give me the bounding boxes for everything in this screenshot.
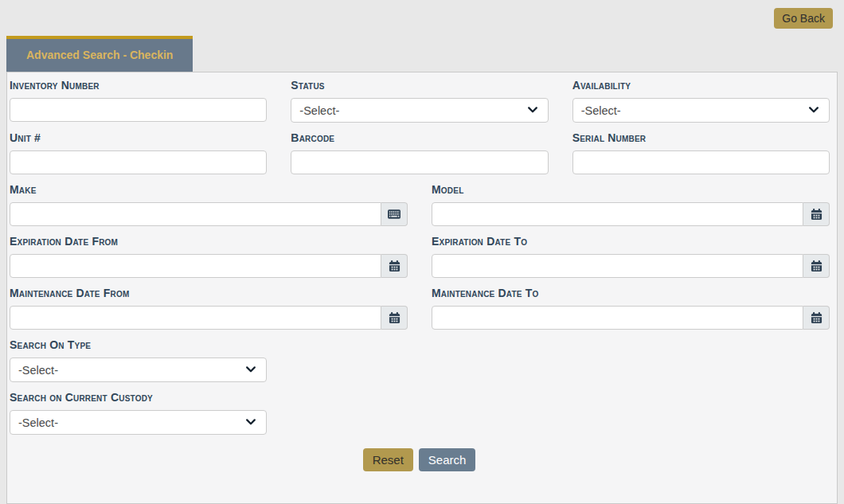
tab-advanced-search-checkin[interactable]: Advanced Search - Checkin <box>6 36 193 72</box>
inventory-number-input[interactable] <box>10 98 267 122</box>
status-select[interactable]: -Select- <box>291 98 548 123</box>
form-row-4: Expiration Date From <box>9 236 830 278</box>
form-row-1: Inventory Number Status -Select- Availab… <box>9 80 830 123</box>
maintenance-date-to-label: Maintenance Date To <box>432 287 830 299</box>
form-actions: Reset Search <box>9 448 830 471</box>
go-back-button[interactable]: Go Back <box>774 8 833 29</box>
barcode-input[interactable] <box>291 150 548 174</box>
search-on-current-custody-select[interactable]: -Select- <box>10 410 267 435</box>
field-expiration-date-to: Expiration Date To <box>432 236 830 278</box>
calendar-icon[interactable] <box>803 202 830 226</box>
unit-number-input[interactable] <box>10 150 267 174</box>
form-row-2: Unit # Barcode Serial Number <box>9 132 830 174</box>
field-search-on-type: Search On Type -Select- <box>10 339 267 382</box>
search-on-type-select-wrap: -Select- <box>10 357 267 382</box>
expiration-date-from-input[interactable] <box>10 254 381 278</box>
form-row-3: Make Model <box>9 184 830 226</box>
tab-title: Advanced Search - Checkin <box>26 49 173 61</box>
field-barcode: Barcode <box>291 132 548 174</box>
availability-select[interactable]: -Select- <box>572 98 830 123</box>
inventory-number-label: Inventory Number <box>10 80 267 91</box>
form-row-7: Search on Current Custody -Select- <box>9 392 830 435</box>
expiration-date-to-label: Expiration Date To <box>432 236 830 247</box>
form-row-6: Search On Type -Select- <box>9 339 830 382</box>
search-on-type-select[interactable]: -Select- <box>10 357 267 382</box>
search-on-type-label: Search On Type <box>10 339 267 350</box>
maintenance-date-to-input[interactable] <box>432 306 803 330</box>
availability-label: Availability <box>572 80 830 91</box>
search-button[interactable]: Search <box>419 448 476 471</box>
field-unit-number: Unit # <box>10 132 267 174</box>
maintenance-date-from-label: Maintenance Date From <box>10 287 408 299</box>
field-model: Model <box>432 184 830 226</box>
model-label: Model <box>432 184 830 195</box>
model-input[interactable] <box>432 202 803 226</box>
field-expiration-date-from: Expiration Date From <box>10 236 408 278</box>
field-serial-number: Serial Number <box>572 132 830 174</box>
unit-number-label: Unit # <box>10 132 267 143</box>
reset-button[interactable]: Reset <box>363 448 413 471</box>
calendar-icon[interactable] <box>803 254 830 278</box>
field-search-on-current-custody: Search on Current Custody -Select- <box>10 392 267 435</box>
status-select-wrap: -Select- <box>291 98 548 123</box>
make-input[interactable] <box>10 202 381 226</box>
availability-select-wrap: -Select- <box>572 98 830 123</box>
field-maintenance-date-to: Maintenance Date To <box>432 287 830 330</box>
search-on-current-custody-select-wrap: -Select- <box>10 410 267 435</box>
field-maintenance-date-from: Maintenance Date From <box>10 287 408 330</box>
model-input-group <box>432 202 830 226</box>
top-bar: Go Back <box>0 0 844 36</box>
barcode-label: Barcode <box>291 132 548 143</box>
expiration-date-to-input-group <box>432 254 830 278</box>
expiration-date-from-input-group <box>10 254 408 278</box>
field-make: Make <box>10 184 408 226</box>
make-label: Make <box>10 184 408 195</box>
field-status: Status -Select- <box>291 80 548 123</box>
serial-number-input[interactable] <box>572 150 830 174</box>
make-input-group <box>10 202 408 226</box>
expiration-date-from-label: Expiration Date From <box>10 236 408 247</box>
field-inventory-number: Inventory Number <box>10 80 267 123</box>
calendar-icon[interactable] <box>803 306 830 330</box>
calendar-icon[interactable] <box>381 254 408 278</box>
search-on-current-custody-label: Search on Current Custody <box>10 392 267 403</box>
field-availability: Availability -Select- <box>572 80 830 123</box>
keyboard-icon[interactable] <box>381 202 408 226</box>
form-row-5: Maintenance Date From <box>9 287 830 330</box>
expiration-date-to-input[interactable] <box>432 254 803 278</box>
calendar-icon[interactable] <box>381 306 408 330</box>
maintenance-date-from-input[interactable] <box>10 306 381 330</box>
serial-number-label: Serial Number <box>572 132 830 143</box>
advanced-search-panel: Inventory Number Status -Select- Availab… <box>6 72 838 504</box>
status-label: Status <box>291 80 548 91</box>
maintenance-date-from-input-group <box>10 306 408 330</box>
maintenance-date-to-input-group <box>432 306 830 330</box>
